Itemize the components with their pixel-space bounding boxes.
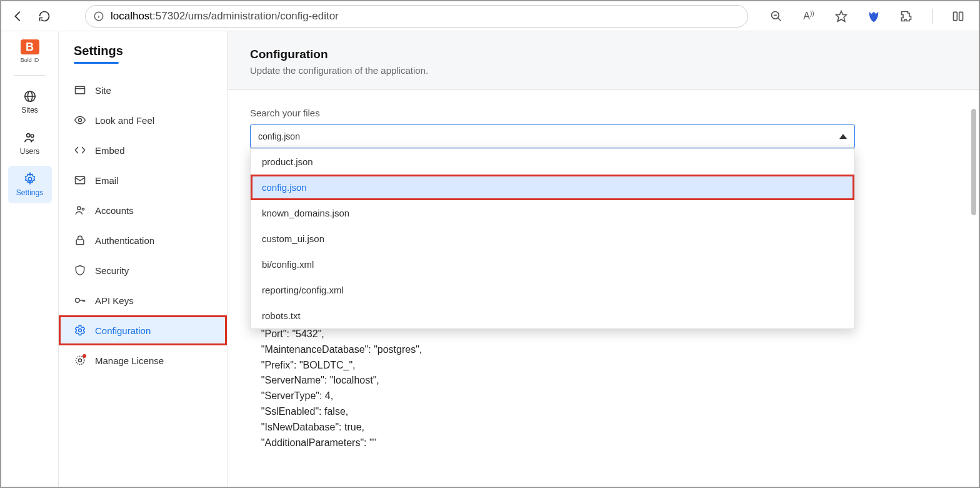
sidemenu-item-api-keys[interactable]: API Keys [59, 285, 227, 315]
code-line: "ServerName": "localhost", [250, 375, 379, 385]
sidemenu-item-security[interactable]: Security [59, 255, 227, 285]
sidemenu-title: Settings [59, 44, 227, 62]
dropdown-option[interactable]: bi/config.xml [251, 252, 854, 277]
menu-label: API Keys [95, 295, 134, 306]
menu-label: Configuration [95, 325, 151, 336]
title-underline [74, 62, 119, 64]
svg-point-12 [26, 134, 30, 138]
globe-icon [23, 89, 37, 103]
menu-label: Authentication [95, 235, 154, 246]
lock-icon [74, 234, 86, 247]
dropdown-option[interactable]: robots.txt [251, 303, 854, 328]
site-icon [74, 84, 86, 96]
notification-dot-icon [82, 354, 86, 358]
sidemenu-item-accounts[interactable]: Accounts [59, 195, 227, 225]
menu-label: Security [95, 265, 129, 276]
main-body: Search your files config.json product.js… [228, 90, 979, 487]
main-header: Configuration Update the configuration o… [228, 31, 979, 89]
address-bar[interactable]: localhost:57302/ums/administration/confi… [85, 5, 748, 28]
svg-rect-8 [959, 12, 963, 20]
svg-point-27 [79, 359, 82, 362]
settings-sidemenu: Settings Site Look and Feel Embed Email … [59, 31, 228, 487]
sidemenu-item-manage-license[interactable]: Manage License [59, 345, 227, 375]
svg-point-19 [78, 206, 81, 210]
code-line: "IsNewDatabase": true, [250, 422, 364, 432]
brand-logo-block[interactable]: B Bold ID [16, 38, 44, 65]
key-icon [74, 294, 86, 307]
code-line: "MaintenanceDatabase": "postgres", [250, 344, 422, 355]
menu-label: Accounts [95, 205, 134, 216]
vertical-scrollbar[interactable] [971, 109, 976, 487]
main-pane: Configuration Update the configuration o… [228, 31, 979, 487]
menu-label: Site [95, 85, 111, 96]
bold-logo-icon: B [21, 39, 39, 54]
svg-rect-7 [954, 12, 958, 20]
svg-point-22 [76, 298, 80, 303]
browser-toolbar: localhost:57302/ums/administration/confi… [1, 1, 979, 31]
scrollbar-thumb[interactable] [971, 109, 976, 215]
svg-point-13 [31, 135, 34, 138]
dropdown-option[interactable]: reporting/config.xml [251, 277, 854, 303]
svg-point-20 [82, 208, 84, 210]
read-aloud-icon[interactable]: A)) [798, 6, 819, 27]
gear-icon [23, 172, 37, 186]
malwarebytes-icon[interactable] [863, 6, 884, 27]
left-rail: B Bold ID Sites Users Settings [1, 31, 59, 487]
zoom-out-icon[interactable] [766, 6, 787, 27]
svg-line-4 [778, 18, 781, 21]
menu-label: Manage License [95, 355, 164, 366]
code-line: "Prefix": "BOLDTC_", [250, 360, 356, 370]
code-line: "SslEnabled": false, [250, 406, 348, 417]
url-text: localhost:57302/ums/administration/confi… [111, 10, 339, 23]
favorite-star-icon[interactable] [831, 6, 852, 27]
extensions-icon[interactable] [896, 6, 917, 27]
menu-label: Embed [95, 145, 125, 156]
menu-label: Email [95, 175, 119, 186]
rail-label: Settings [16, 188, 43, 197]
rail-divider [14, 75, 46, 76]
sidemenu-item-embed[interactable]: Embed [59, 135, 227, 165]
back-button[interactable] [8, 6, 29, 27]
chevron-up-icon [839, 134, 847, 139]
split-screen-icon[interactable] [948, 6, 969, 27]
svg-point-14 [28, 177, 32, 181]
code-line: "ServerType": 4, [250, 390, 333, 401]
eye-icon [74, 114, 86, 126]
rail-label: Users [20, 147, 39, 156]
combo-value: config.json [258, 131, 300, 141]
dropdown-option[interactable]: custom_ui.json [251, 226, 854, 252]
app-container: B Bold ID Sites Users Settings Settings … [1, 31, 979, 487]
svg-rect-21 [76, 240, 84, 245]
file-select-combo[interactable]: config.json [250, 125, 855, 148]
search-label: Search your files [250, 108, 956, 118]
rail-item-sites[interactable]: Sites [8, 83, 52, 121]
users-icon [23, 131, 37, 145]
sidemenu-item-configuration[interactable]: Configuration [59, 315, 227, 345]
shield-icon [74, 264, 86, 277]
code-line: "AdditionalParameters": "" [250, 437, 376, 448]
config-code-view[interactable]: "Port": "5432", "MaintenanceDatabase": "… [250, 327, 866, 450]
sidemenu-item-look-and-feel[interactable]: Look and Feel [59, 105, 227, 135]
refresh-button[interactable] [34, 6, 55, 27]
rail-item-settings[interactable]: Settings [8, 166, 52, 203]
brand-label: Bold ID [21, 57, 39, 63]
file-select-wrap: config.json product.json config.json kno… [250, 125, 855, 148]
browser-right-icons: A)) [766, 6, 972, 27]
svg-point-17 [79, 119, 82, 122]
toolbar-divider [932, 9, 932, 24]
mail-icon [74, 174, 86, 186]
gear-icon [74, 324, 86, 337]
sidemenu-item-email[interactable]: Email [59, 165, 227, 195]
menu-label: Look and Feel [95, 115, 154, 126]
dropdown-option[interactable]: config.json [251, 175, 854, 200]
dropdown-option[interactable]: product.json [251, 149, 854, 175]
svg-rect-15 [76, 86, 85, 94]
page-title: Configuration [250, 48, 956, 61]
page-subtitle: Update the configuration of the applicat… [250, 65, 956, 76]
site-info-icon[interactable] [93, 11, 104, 22]
dropdown-option[interactable]: known_domains.json [251, 200, 854, 226]
sidemenu-item-authentication[interactable]: Authentication [59, 225, 227, 255]
sidemenu-item-site[interactable]: Site [59, 75, 227, 105]
rail-item-users[interactable]: Users [8, 125, 52, 162]
code-icon [74, 144, 86, 156]
